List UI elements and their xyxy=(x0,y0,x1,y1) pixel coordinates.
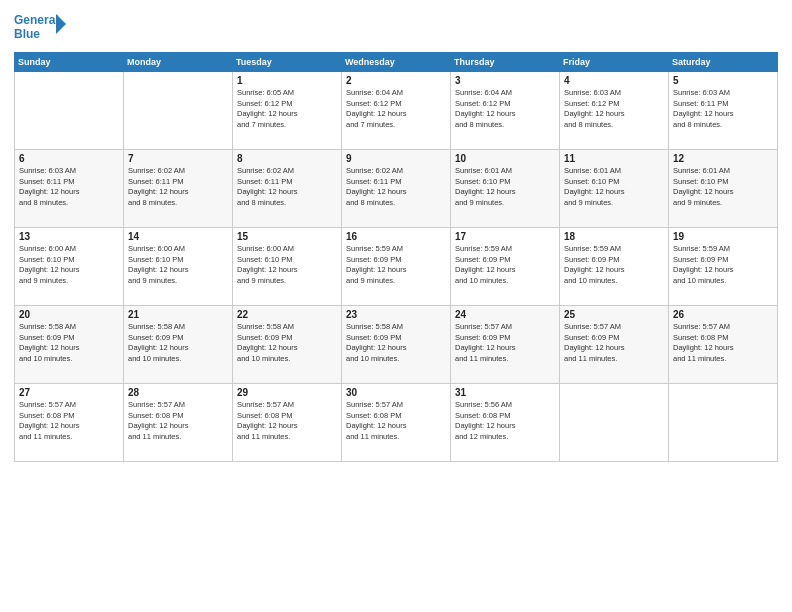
calendar-cell: 23Sunrise: 5:58 AM Sunset: 6:09 PM Dayli… xyxy=(342,306,451,384)
day-number: 20 xyxy=(19,309,119,320)
day-number: 8 xyxy=(237,153,337,164)
day-info: Sunrise: 6:03 AM Sunset: 6:12 PM Dayligh… xyxy=(564,88,664,130)
calendar-week-5: 27Sunrise: 5:57 AM Sunset: 6:08 PM Dayli… xyxy=(15,384,778,462)
day-info: Sunrise: 6:00 AM Sunset: 6:10 PM Dayligh… xyxy=(237,244,337,286)
calendar-cell: 6Sunrise: 6:03 AM Sunset: 6:11 PM Daylig… xyxy=(15,150,124,228)
calendar-cell: 31Sunrise: 5:56 AM Sunset: 6:08 PM Dayli… xyxy=(451,384,560,462)
header: General Blue xyxy=(14,10,778,46)
day-number: 15 xyxy=(237,231,337,242)
weekday-header-tuesday: Tuesday xyxy=(233,53,342,72)
calendar-week-3: 13Sunrise: 6:00 AM Sunset: 6:10 PM Dayli… xyxy=(15,228,778,306)
calendar-cell: 22Sunrise: 5:58 AM Sunset: 6:09 PM Dayli… xyxy=(233,306,342,384)
calendar-header-row: SundayMondayTuesdayWednesdayThursdayFrid… xyxy=(15,53,778,72)
day-number: 12 xyxy=(673,153,773,164)
day-info: Sunrise: 6:01 AM Sunset: 6:10 PM Dayligh… xyxy=(455,166,555,208)
calendar-cell: 8Sunrise: 6:02 AM Sunset: 6:11 PM Daylig… xyxy=(233,150,342,228)
calendar-cell: 25Sunrise: 5:57 AM Sunset: 6:09 PM Dayli… xyxy=(560,306,669,384)
day-number: 14 xyxy=(128,231,228,242)
day-info: Sunrise: 6:05 AM Sunset: 6:12 PM Dayligh… xyxy=(237,88,337,130)
day-number: 18 xyxy=(564,231,664,242)
calendar-week-4: 20Sunrise: 5:58 AM Sunset: 6:09 PM Dayli… xyxy=(15,306,778,384)
day-info: Sunrise: 5:59 AM Sunset: 6:09 PM Dayligh… xyxy=(673,244,773,286)
day-info: Sunrise: 5:57 AM Sunset: 6:08 PM Dayligh… xyxy=(673,322,773,364)
day-number: 27 xyxy=(19,387,119,398)
calendar-cell: 18Sunrise: 5:59 AM Sunset: 6:09 PM Dayli… xyxy=(560,228,669,306)
day-number: 5 xyxy=(673,75,773,86)
calendar-cell: 21Sunrise: 5:58 AM Sunset: 6:09 PM Dayli… xyxy=(124,306,233,384)
day-number: 4 xyxy=(564,75,664,86)
day-number: 26 xyxy=(673,309,773,320)
calendar-cell: 2Sunrise: 6:04 AM Sunset: 6:12 PM Daylig… xyxy=(342,72,451,150)
calendar-cell: 15Sunrise: 6:00 AM Sunset: 6:10 PM Dayli… xyxy=(233,228,342,306)
day-info: Sunrise: 5:57 AM Sunset: 6:08 PM Dayligh… xyxy=(128,400,228,442)
day-number: 2 xyxy=(346,75,446,86)
day-info: Sunrise: 6:04 AM Sunset: 6:12 PM Dayligh… xyxy=(346,88,446,130)
day-number: 13 xyxy=(19,231,119,242)
calendar-cell: 5Sunrise: 6:03 AM Sunset: 6:11 PM Daylig… xyxy=(669,72,778,150)
weekday-header-monday: Monday xyxy=(124,53,233,72)
day-number: 23 xyxy=(346,309,446,320)
calendar-cell: 17Sunrise: 5:59 AM Sunset: 6:09 PM Dayli… xyxy=(451,228,560,306)
calendar-cell xyxy=(124,72,233,150)
day-info: Sunrise: 6:02 AM Sunset: 6:11 PM Dayligh… xyxy=(128,166,228,208)
day-info: Sunrise: 5:57 AM Sunset: 6:09 PM Dayligh… xyxy=(455,322,555,364)
calendar: SundayMondayTuesdayWednesdayThursdayFrid… xyxy=(14,52,778,462)
calendar-cell: 9Sunrise: 6:02 AM Sunset: 6:11 PM Daylig… xyxy=(342,150,451,228)
day-info: Sunrise: 6:03 AM Sunset: 6:11 PM Dayligh… xyxy=(673,88,773,130)
day-number: 6 xyxy=(19,153,119,164)
day-info: Sunrise: 5:57 AM Sunset: 6:09 PM Dayligh… xyxy=(564,322,664,364)
calendar-cell xyxy=(669,384,778,462)
day-info: Sunrise: 5:58 AM Sunset: 6:09 PM Dayligh… xyxy=(346,322,446,364)
day-number: 31 xyxy=(455,387,555,398)
day-info: Sunrise: 5:58 AM Sunset: 6:09 PM Dayligh… xyxy=(128,322,228,364)
svg-text:Blue: Blue xyxy=(14,27,40,41)
day-number: 24 xyxy=(455,309,555,320)
day-number: 19 xyxy=(673,231,773,242)
day-number: 29 xyxy=(237,387,337,398)
logo: General Blue xyxy=(14,10,69,46)
calendar-cell: 13Sunrise: 6:00 AM Sunset: 6:10 PM Dayli… xyxy=(15,228,124,306)
day-info: Sunrise: 6:01 AM Sunset: 6:10 PM Dayligh… xyxy=(564,166,664,208)
day-info: Sunrise: 6:03 AM Sunset: 6:11 PM Dayligh… xyxy=(19,166,119,208)
day-info: Sunrise: 6:01 AM Sunset: 6:10 PM Dayligh… xyxy=(673,166,773,208)
calendar-cell: 14Sunrise: 6:00 AM Sunset: 6:10 PM Dayli… xyxy=(124,228,233,306)
day-number: 7 xyxy=(128,153,228,164)
calendar-cell: 7Sunrise: 6:02 AM Sunset: 6:11 PM Daylig… xyxy=(124,150,233,228)
day-info: Sunrise: 6:04 AM Sunset: 6:12 PM Dayligh… xyxy=(455,88,555,130)
day-number: 17 xyxy=(455,231,555,242)
day-info: Sunrise: 5:59 AM Sunset: 6:09 PM Dayligh… xyxy=(346,244,446,286)
logo-svg: General Blue xyxy=(14,10,69,46)
calendar-week-1: 1Sunrise: 6:05 AM Sunset: 6:12 PM Daylig… xyxy=(15,72,778,150)
calendar-cell: 24Sunrise: 5:57 AM Sunset: 6:09 PM Dayli… xyxy=(451,306,560,384)
day-number: 16 xyxy=(346,231,446,242)
calendar-week-2: 6Sunrise: 6:03 AM Sunset: 6:11 PM Daylig… xyxy=(15,150,778,228)
day-info: Sunrise: 5:58 AM Sunset: 6:09 PM Dayligh… xyxy=(19,322,119,364)
calendar-cell: 4Sunrise: 6:03 AM Sunset: 6:12 PM Daylig… xyxy=(560,72,669,150)
weekday-header-saturday: Saturday xyxy=(669,53,778,72)
day-info: Sunrise: 6:00 AM Sunset: 6:10 PM Dayligh… xyxy=(19,244,119,286)
calendar-cell: 30Sunrise: 5:57 AM Sunset: 6:08 PM Dayli… xyxy=(342,384,451,462)
day-info: Sunrise: 5:58 AM Sunset: 6:09 PM Dayligh… xyxy=(237,322,337,364)
weekday-header-friday: Friday xyxy=(560,53,669,72)
day-number: 11 xyxy=(564,153,664,164)
weekday-header-wednesday: Wednesday xyxy=(342,53,451,72)
day-info: Sunrise: 5:59 AM Sunset: 6:09 PM Dayligh… xyxy=(455,244,555,286)
calendar-cell: 27Sunrise: 5:57 AM Sunset: 6:08 PM Dayli… xyxy=(15,384,124,462)
weekday-header-thursday: Thursday xyxy=(451,53,560,72)
day-info: Sunrise: 5:57 AM Sunset: 6:08 PM Dayligh… xyxy=(237,400,337,442)
calendar-cell: 20Sunrise: 5:58 AM Sunset: 6:09 PM Dayli… xyxy=(15,306,124,384)
calendar-cell: 1Sunrise: 6:05 AM Sunset: 6:12 PM Daylig… xyxy=(233,72,342,150)
calendar-cell: 29Sunrise: 5:57 AM Sunset: 6:08 PM Dayli… xyxy=(233,384,342,462)
day-number: 1 xyxy=(237,75,337,86)
calendar-cell: 3Sunrise: 6:04 AM Sunset: 6:12 PM Daylig… xyxy=(451,72,560,150)
day-info: Sunrise: 5:57 AM Sunset: 6:08 PM Dayligh… xyxy=(346,400,446,442)
day-number: 21 xyxy=(128,309,228,320)
day-info: Sunrise: 5:56 AM Sunset: 6:08 PM Dayligh… xyxy=(455,400,555,442)
page: General Blue SundayMondayTuesdayWednesda… xyxy=(0,0,792,612)
day-number: 28 xyxy=(128,387,228,398)
day-number: 10 xyxy=(455,153,555,164)
day-number: 3 xyxy=(455,75,555,86)
day-info: Sunrise: 5:59 AM Sunset: 6:09 PM Dayligh… xyxy=(564,244,664,286)
calendar-cell: 16Sunrise: 5:59 AM Sunset: 6:09 PM Dayli… xyxy=(342,228,451,306)
calendar-cell: 28Sunrise: 5:57 AM Sunset: 6:08 PM Dayli… xyxy=(124,384,233,462)
